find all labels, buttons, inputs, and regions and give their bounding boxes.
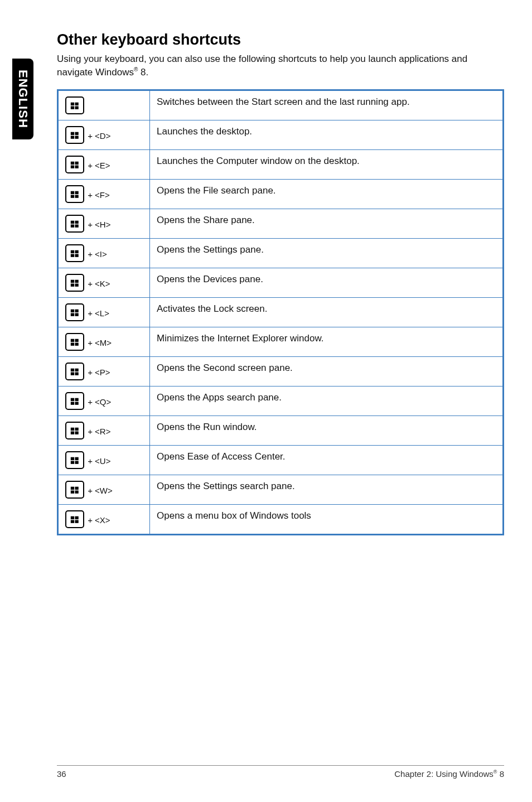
windows-key-icon	[65, 126, 84, 144]
table-row: + <D>Launches the desktop.	[58, 120, 504, 149]
table-row: + <W>Opens the Settings search pane.	[58, 475, 504, 504]
shortcut-modifier: + <U>	[85, 456, 110, 466]
shortcut-description: Switches between the Start screen and th…	[150, 90, 504, 120]
shortcuts-table: Switches between the Start screen and th…	[57, 89, 504, 535]
shortcut-description: Opens Ease of Access Center.	[150, 445, 504, 475]
page-footer: 36 Chapter 2: Using Windows® 8	[57, 765, 504, 779]
shortcut-modifier: + <F>	[85, 190, 110, 200]
table-row: + <K>Opens the Devices pane.	[58, 268, 504, 297]
intro-paragraph: Using your keyboard, you can also use th…	[57, 53, 504, 79]
windows-key-icon	[65, 510, 84, 528]
shortcut-description: Activates the Lock screen.	[150, 297, 504, 327]
intro-text-pre: Using your keyboard, you can also use th…	[57, 54, 467, 78]
table-row: + <M>Minimizes the Internet Explorer win…	[58, 327, 504, 356]
windows-key-icon	[65, 363, 84, 380]
table-row: + <U>Opens Ease of Access Center.	[58, 445, 504, 475]
shortcut-modifier: + <P>	[85, 368, 110, 377]
windows-key-icon	[65, 333, 84, 351]
shortcut-key-cell: + <P>	[58, 356, 150, 386]
windows-key-icon	[65, 96, 84, 114]
windows-key-icon	[65, 215, 84, 233]
page-heading: Other keyboard shortcuts	[57, 31, 504, 49]
shortcut-description: Launches the Computer window on the desk…	[150, 149, 504, 179]
shortcut-description: Minimizes the Internet Explorer window.	[150, 327, 504, 356]
windows-key-icon	[65, 185, 84, 203]
shortcut-modifier: + <L>	[85, 308, 109, 318]
shortcut-key-cell	[58, 90, 150, 120]
shortcut-key-cell: + <R>	[58, 416, 150, 445]
shortcut-modifier: + <D>	[85, 131, 110, 141]
shortcut-key-cell: + <K>	[58, 268, 150, 297]
shortcut-modifier: + <E>	[85, 161, 110, 170]
shortcut-description: Opens the Share pane.	[150, 209, 504, 238]
shortcut-key-cell: + <D>	[58, 120, 150, 149]
page-number: 36	[57, 769, 66, 779]
shortcut-key-cell: + <L>	[58, 297, 150, 327]
shortcut-description: Opens the Settings search pane.	[150, 475, 504, 504]
shortcut-modifier: + <W>	[85, 486, 113, 495]
windows-key-icon	[65, 481, 84, 499]
shortcut-description: Opens the Second screen pane.	[150, 356, 504, 386]
shortcut-key-cell: + <W>	[58, 475, 150, 504]
table-row: + <I>Opens the Settings pane.	[58, 238, 504, 268]
table-row: + <F>Opens the File search pane.	[58, 179, 504, 209]
shortcut-key-cell: + <X>	[58, 504, 150, 534]
shortcut-key-cell: + <H>	[58, 209, 150, 238]
shortcut-description: Launches the desktop.	[150, 120, 504, 149]
shortcut-modifier: + <K>	[85, 279, 110, 288]
shortcut-description: Opens the File search pane.	[150, 179, 504, 209]
shortcut-description: Opens a menu box of Windows tools	[150, 504, 504, 534]
shortcut-modifier: + <R>	[85, 427, 110, 436]
main-content: Other keyboard shortcuts Using your keyb…	[57, 31, 504, 535]
windows-key-icon	[65, 422, 84, 439]
shortcut-modifier: + <H>	[85, 220, 110, 229]
shortcut-description: Opens the Devices pane.	[150, 268, 504, 297]
windows-key-icon	[65, 303, 84, 321]
table-row: + <Q>Opens the Apps search pane.	[58, 386, 504, 416]
chapter-label: Chapter 2: Using Windows® 8	[394, 769, 504, 779]
shortcut-description: Opens the Run window.	[150, 416, 504, 445]
language-label: ENGLISH	[16, 70, 30, 128]
windows-key-icon	[65, 451, 84, 469]
chapter-pre: Chapter 2: Using Windows	[394, 769, 494, 779]
shortcut-key-cell: + <Q>	[58, 386, 150, 416]
windows-key-icon	[65, 274, 84, 292]
table-row: + <H>Opens the Share pane.	[58, 209, 504, 238]
table-row: + <L>Activates the Lock screen.	[58, 297, 504, 327]
table-row: + <P>Opens the Second screen pane.	[58, 356, 504, 386]
table-row: Switches between the Start screen and th…	[58, 90, 504, 120]
shortcut-key-cell: + <F>	[58, 179, 150, 209]
windows-key-icon	[65, 156, 84, 173]
table-row: + <X>Opens a menu box of Windows tools	[58, 504, 504, 534]
shortcut-key-cell: + <U>	[58, 445, 150, 475]
shortcut-key-cell: + <M>	[58, 327, 150, 356]
language-side-tab: ENGLISH	[12, 59, 33, 139]
shortcut-key-cell: + <E>	[58, 149, 150, 179]
table-row: + <E>Launches the Computer window on the…	[58, 149, 504, 179]
shortcut-description: Opens the Settings pane.	[150, 238, 504, 268]
table-row: + <R>Opens the Run window.	[58, 416, 504, 445]
shortcut-modifier: + <X>	[85, 515, 110, 525]
windows-key-icon	[65, 392, 84, 410]
windows-key-icon	[65, 244, 84, 262]
chapter-post: 8	[497, 769, 504, 779]
shortcut-modifier: + <Q>	[85, 397, 111, 407]
shortcut-modifier: + <M>	[85, 338, 112, 347]
intro-text-post: 8.	[138, 67, 148, 78]
shortcut-modifier: + <I>	[85, 249, 107, 259]
shortcut-key-cell: + <I>	[58, 238, 150, 268]
shortcut-description: Opens the Apps search pane.	[150, 386, 504, 416]
